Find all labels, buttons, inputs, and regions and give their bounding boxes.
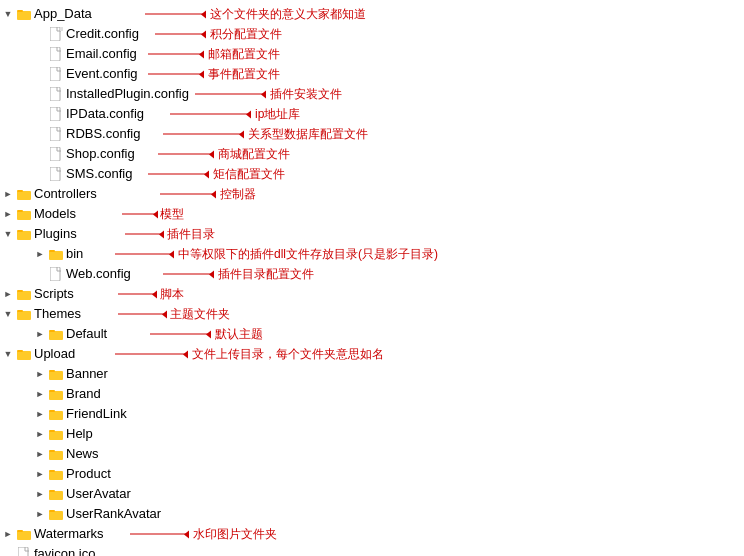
tree-item-product[interactable]: ► Product (0, 464, 744, 484)
tree-item-plugins[interactable]: ▼ Plugins (0, 224, 744, 244)
row-bin: ► bin 中等权限下的插件dll文件存放目录(只是影子目录) (0, 244, 744, 264)
tree-item-default[interactable]: ► Default (0, 324, 744, 344)
label-plugins: Plugins (34, 224, 77, 244)
toggle-brand[interactable]: ► (32, 386, 48, 402)
toggle-scripts[interactable]: ► (0, 286, 16, 302)
toggle-app-data[interactable]: ▼ (0, 6, 16, 22)
tree-item-help[interactable]: ► Help (0, 424, 744, 444)
tree-item-shop-config[interactable]: Shop.config (0, 144, 744, 164)
svg-rect-26 (17, 351, 31, 360)
row-product: ► Product (0, 464, 744, 484)
toggle-banner[interactable]: ► (32, 366, 48, 382)
tree-item-useravatar[interactable]: ► UserAvatar (0, 484, 744, 504)
row-upload: ▼ Upload 文件上传目录，每个文件夹意思如名 (0, 344, 744, 364)
folder-icon-themes (16, 306, 32, 322)
row-friendlink: ► FriendLink (0, 404, 744, 424)
tree-item-friendlink[interactable]: ► FriendLink (0, 404, 744, 424)
tree-item-banner[interactable]: ► Banner (0, 364, 744, 384)
toggle-product[interactable]: ► (32, 466, 48, 482)
tree-item-event-config[interactable]: Event.config (0, 64, 744, 84)
label-banner: Banner (66, 364, 108, 384)
file-icon-favicon (16, 546, 32, 556)
svg-rect-6 (50, 87, 60, 101)
toggle-controllers[interactable]: ► (0, 186, 16, 202)
toggle-upload[interactable]: ▼ (0, 346, 16, 362)
toggle-models[interactable]: ► (0, 206, 16, 222)
label-default: Default (66, 324, 107, 344)
svg-rect-44 (17, 531, 31, 540)
tree-item-bin[interactable]: ► bin (0, 244, 744, 264)
row-watermarks: ► Watermarks 水印图片文件夹 (0, 524, 744, 544)
file-icon-installedplugin (48, 86, 64, 102)
row-web-config: Web.config 插件目录配置文件 (0, 264, 744, 284)
toggle-default[interactable]: ► (32, 326, 48, 342)
folder-icon-banner (48, 366, 64, 382)
svg-rect-1 (17, 10, 23, 12)
tree-item-installedplugin-config[interactable]: InstalledPlugin.config (0, 84, 744, 104)
tree-item-credit-config[interactable]: Credit.config (0, 24, 744, 44)
row-brand: ► Brand (0, 384, 744, 404)
folder-icon-watermarks (16, 526, 32, 542)
folder-icon-default (48, 326, 64, 342)
label-news: News (66, 444, 99, 464)
tree-item-upload[interactable]: ▼ Upload (0, 344, 744, 364)
tree-item-email-config[interactable]: Email.config (0, 44, 744, 64)
tree-item-web-config[interactable]: Web.config (0, 264, 744, 284)
svg-rect-38 (49, 471, 63, 480)
tree-item-themes[interactable]: ▼ Themes (0, 304, 744, 324)
svg-rect-36 (49, 451, 63, 460)
folder-icon-plugins (16, 226, 32, 242)
file-icon-credit (48, 26, 64, 42)
tree-item-sms-config[interactable]: SMS.config (0, 164, 744, 184)
row-plugins: ▼ Plugins 插件目录 (0, 224, 744, 244)
row-rdbs-config: RDBS.config 关系型数据库配置文件 (0, 124, 744, 144)
toggle-plugins[interactable]: ▼ (0, 226, 16, 242)
svg-rect-45 (17, 530, 23, 532)
svg-rect-33 (49, 410, 55, 412)
svg-rect-10 (50, 167, 60, 181)
svg-rect-22 (17, 311, 31, 320)
label-help: Help (66, 424, 93, 444)
label-favicon: favicon.ico (34, 544, 95, 556)
toggle-userrankavatar[interactable]: ► (32, 506, 48, 522)
svg-rect-31 (49, 390, 55, 392)
tree-item-app-data[interactable]: ▼ App_Data (0, 4, 744, 24)
toggle-friendlink[interactable]: ► (32, 406, 48, 422)
label-brand: Brand (66, 384, 101, 404)
svg-rect-7 (50, 107, 60, 121)
label-watermarks: Watermarks (34, 524, 104, 544)
file-tree[interactable]: ▼ App_Data 这个文件夹的意义大家都知道 Credit.config 积… (0, 0, 744, 556)
toggle-help[interactable]: ► (32, 426, 48, 442)
row-useravatar: ► UserAvatar (0, 484, 744, 504)
svg-rect-24 (49, 331, 63, 340)
svg-rect-19 (50, 267, 60, 281)
toggle-news[interactable]: ► (32, 446, 48, 462)
tree-item-controllers[interactable]: ► Controllers (0, 184, 744, 204)
label-shop-config: Shop.config (66, 144, 135, 164)
svg-rect-43 (49, 510, 55, 512)
toggle-themes[interactable]: ▼ (0, 306, 16, 322)
svg-rect-41 (49, 490, 55, 492)
tree-item-watermarks[interactable]: ► Watermarks (0, 524, 744, 544)
svg-rect-30 (49, 391, 63, 400)
tree-item-scripts[interactable]: ► Scripts (0, 284, 744, 304)
tree-item-brand[interactable]: ► Brand (0, 384, 744, 404)
tree-item-rdbs-config[interactable]: RDBS.config (0, 124, 744, 144)
tree-item-news[interactable]: ► News (0, 444, 744, 464)
toggle-useravatar[interactable]: ► (32, 486, 48, 502)
toggle-watermarks[interactable]: ► (0, 526, 16, 542)
tree-item-favicon[interactable]: favicon.ico (0, 544, 744, 556)
svg-rect-2 (50, 27, 60, 41)
folder-icon-controllers (16, 186, 32, 202)
folder-icon-app-data (16, 6, 32, 22)
tree-item-ipdata-config[interactable]: IPData.config (0, 104, 744, 124)
row-shop-config: Shop.config 商城配置文件 (0, 144, 744, 164)
tree-item-models[interactable]: ► Models (0, 204, 744, 224)
svg-rect-37 (49, 450, 55, 452)
toggle-bin[interactable]: ► (32, 246, 48, 262)
tree-item-userrankavatar[interactable]: ► UserRankAvatar (0, 504, 744, 524)
label-web-config: Web.config (66, 264, 131, 284)
svg-rect-28 (49, 371, 63, 380)
label-bin: bin (66, 244, 83, 264)
folder-icon-friendlink (48, 406, 64, 422)
